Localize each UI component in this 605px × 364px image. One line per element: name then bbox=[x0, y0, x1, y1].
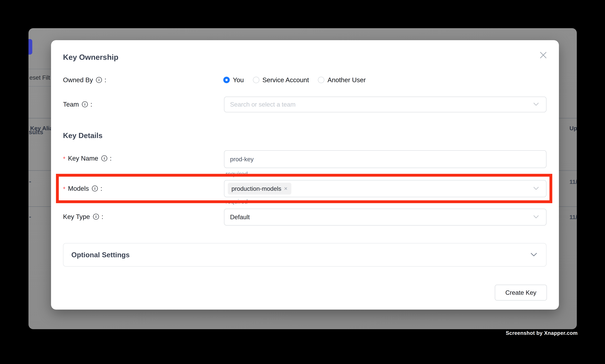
optional-settings-expander[interactable]: Optional Settings bbox=[63, 243, 546, 267]
reset-filters-button-partial[interactable]: eset Filt bbox=[28, 69, 54, 87]
key-type-value: Default bbox=[230, 214, 250, 221]
table-row-cell: - bbox=[29, 178, 31, 185]
required-asterisk: * bbox=[63, 155, 65, 162]
chevron-down-icon bbox=[533, 103, 539, 106]
table-row-cell: 11/ bbox=[569, 179, 577, 185]
watermark-text: Screenshot by Xnapper.com bbox=[506, 330, 578, 336]
radio-option-you[interactable]: You bbox=[223, 76, 244, 84]
key-name-input[interactable]: prod-key bbox=[224, 150, 546, 168]
info-icon[interactable]: i bbox=[101, 155, 107, 161]
radio-unselected-icon[interactable] bbox=[253, 77, 259, 83]
create-new-key-button-partial[interactable] bbox=[28, 39, 32, 54]
close-button[interactable] bbox=[538, 50, 549, 61]
info-icon[interactable]: i bbox=[82, 101, 88, 107]
close-icon bbox=[540, 52, 547, 59]
create-key-button[interactable]: Create Key bbox=[495, 285, 547, 300]
column-header-key-alias: Key Alia bbox=[30, 125, 53, 132]
key-name-value: prod-key bbox=[230, 156, 254, 163]
key-type-label: Key Type i : bbox=[63, 212, 103, 222]
reset-filters-label: eset Filt bbox=[29, 74, 50, 81]
radio-selected-icon[interactable] bbox=[223, 77, 230, 83]
owned-by-radio-group: You Service Account Another User bbox=[223, 75, 366, 85]
info-icon[interactable]: i bbox=[93, 214, 99, 220]
table-row-cell: 11/ bbox=[569, 214, 577, 221]
key-type-select[interactable]: Default bbox=[224, 209, 546, 226]
chevron-down-icon bbox=[533, 215, 539, 219]
team-label: Team i : bbox=[63, 99, 92, 109]
info-icon[interactable]: i bbox=[96, 77, 102, 83]
key-details-heading: Key Details bbox=[63, 131, 103, 140]
radio-option-service-account[interactable]: Service Account bbox=[253, 76, 309, 84]
table-row-cell: - bbox=[29, 213, 31, 220]
optional-settings-label: Optional Settings bbox=[71, 251, 130, 259]
screenshot-canvas: eset Filt sults Key Alia Up - 11/ - 11/ … bbox=[0, 0, 605, 364]
modal-title: Key Ownership bbox=[63, 52, 118, 62]
chevron-down-icon bbox=[531, 253, 537, 257]
team-select-placeholder: Search or select a team bbox=[230, 101, 296, 108]
key-name-label: * Key Name i : bbox=[63, 153, 112, 163]
radio-unselected-icon[interactable] bbox=[318, 77, 324, 83]
column-header-updated: Up bbox=[569, 125, 577, 132]
annotation-highlight-box bbox=[56, 174, 552, 203]
team-select[interactable]: Search or select a team bbox=[224, 97, 546, 112]
radio-option-another-user[interactable]: Another User bbox=[318, 76, 366, 84]
owned-by-label: Owned By i : bbox=[63, 75, 106, 85]
